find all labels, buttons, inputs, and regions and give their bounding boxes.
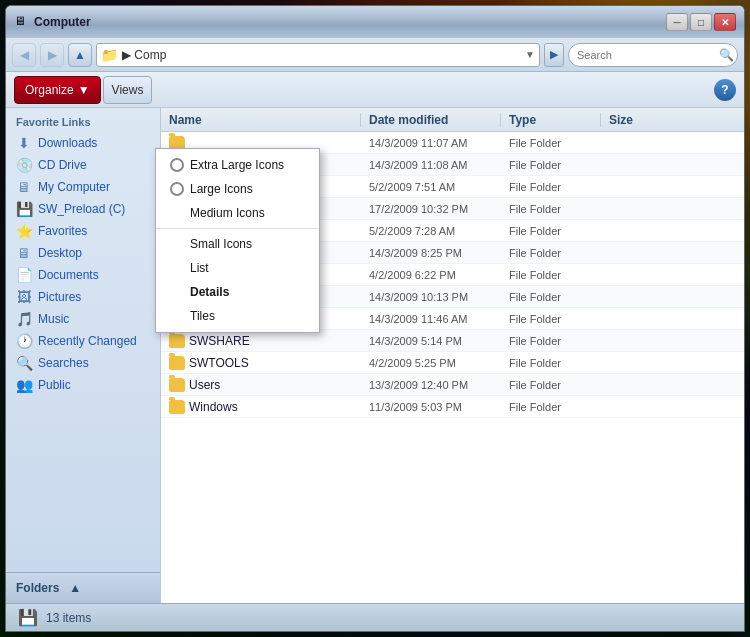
help-button[interactable]: ? <box>714 79 736 101</box>
file-name-cell: Users <box>161 378 361 392</box>
menu-item-label: Tiles <box>190 309 215 323</box>
sidebar-item-pictures[interactable]: 🖼 Pictures <box>6 286 160 308</box>
file-name: Windows <box>189 400 238 414</box>
folders-section[interactable]: Folders ▲ <box>6 572 160 603</box>
menu-item-list[interactable]: List <box>156 256 319 280</box>
public-icon: 👥 <box>16 377 32 393</box>
menu-item-label: Extra Large Icons <box>190 158 284 172</box>
file-date: 14/3/2009 8:25 PM <box>361 247 501 259</box>
status-drive-icon: 💾 <box>18 608 38 627</box>
sidebar-item-public[interactable]: 👥 Public <box>6 374 160 396</box>
recently-changed-icon: 🕐 <box>16 333 32 349</box>
sidebar-item-cd-drive[interactable]: 💿 CD Drive <box>6 154 160 176</box>
music-icon: 🎵 <box>16 311 32 327</box>
folder-icon <box>169 334 185 348</box>
file-date: 17/2/2009 10:32 PM <box>361 203 501 215</box>
close-button[interactable]: ✕ <box>714 13 736 31</box>
file-type: File Folder <box>501 401 601 413</box>
minimize-button[interactable]: ─ <box>666 13 688 31</box>
window-icon: 🖥 <box>14 14 30 30</box>
window-title: Computer <box>34 15 91 29</box>
file-type: File Folder <box>501 203 601 215</box>
menu-item-details[interactable]: Details <box>156 280 319 304</box>
folders-arrow-icon: ▲ <box>69 581 81 595</box>
file-date: 5/2/2009 7:28 AM <box>361 225 501 237</box>
file-type: File Folder <box>501 335 601 347</box>
table-row[interactable]: Windows11/3/2009 5:03 PMFile Folder <box>161 396 744 418</box>
file-type: File Folder <box>501 357 601 369</box>
sidebar-item-recently-changed[interactable]: 🕐 Recently Changed <box>6 330 160 352</box>
file-type: File Folder <box>501 137 601 149</box>
address-bar[interactable]: 📁 ▶ Comp ▼ <box>96 43 540 67</box>
file-date: 14/3/2009 10:13 PM <box>361 291 501 303</box>
sidebar-item-label: My Computer <box>38 180 110 194</box>
organize-arrow: ▼ <box>78 83 90 97</box>
menu-item-label: List <box>190 261 209 275</box>
forward-button[interactable]: ▶ <box>40 43 64 67</box>
file-type: File Folder <box>501 181 601 193</box>
address-folder-icon: 📁 <box>101 47 118 63</box>
sidebar-item-music[interactable]: 🎵 Music <box>6 308 160 330</box>
organize-label: Organize <box>25 83 74 97</box>
address-dropdown-arrow[interactable]: ▼ <box>525 49 535 60</box>
file-list-header: Name Date modified Type Size <box>161 108 744 132</box>
search-bar: 🔍 <box>568 43 738 67</box>
file-name: SWSHARE <box>189 334 250 348</box>
sidebar-item-label: Pictures <box>38 290 81 304</box>
column-type-header[interactable]: Type <box>501 113 601 127</box>
sidebar-item-label: Favorites <box>38 224 87 238</box>
column-size-header[interactable]: Size <box>601 113 744 127</box>
search-input[interactable] <box>577 49 715 61</box>
views-button[interactable]: Views <box>103 76 153 104</box>
file-type: File Folder <box>501 269 601 281</box>
sidebar-item-my-computer[interactable]: 🖥 My Computer <box>6 176 160 198</box>
file-date: 14/3/2009 11:07 AM <box>361 137 501 149</box>
organize-button[interactable]: Organize ▼ <box>14 76 101 104</box>
cd-drive-icon: 💿 <box>16 157 32 173</box>
menu-separator <box>156 228 319 229</box>
sidebar-item-documents[interactable]: 📄 Documents <box>6 264 160 286</box>
table-row[interactable]: Users13/3/2009 12:40 PMFile Folder <box>161 374 744 396</box>
menu-item-label: Medium Icons <box>190 206 265 220</box>
go-button[interactable]: ▶ <box>544 43 564 67</box>
sidebar-item-favorites[interactable]: ⭐ Favorites <box>6 220 160 242</box>
table-row[interactable]: SWSHARE14/3/2009 5:14 PMFile Folder <box>161 330 744 352</box>
address-text: ▶ Comp <box>122 48 166 62</box>
menu-item-extra-large[interactable]: Extra Large Icons <box>156 153 319 177</box>
back-button[interactable]: ◀ <box>12 43 36 67</box>
title-bar-left: 🖥 Computer <box>14 14 91 30</box>
menu-item-small[interactable]: Small Icons <box>156 232 319 256</box>
column-name-header[interactable]: Name <box>161 113 361 127</box>
table-row[interactable]: SWTOOLS4/2/2009 5:25 PMFile Folder <box>161 352 744 374</box>
file-name-cell: Windows <box>161 400 361 414</box>
file-date: 5/2/2009 7:51 AM <box>361 181 501 193</box>
file-date: 4/2/2009 6:22 PM <box>361 269 501 281</box>
pictures-icon: 🖼 <box>16 289 32 305</box>
sidebar-item-downloads[interactable]: ⬇ Downloads <box>6 132 160 154</box>
radio-indicator <box>170 158 184 172</box>
up-button[interactable]: ▲ <box>68 43 92 67</box>
sidebar-item-label: Downloads <box>38 136 97 150</box>
file-name: Users <box>189 378 220 392</box>
menu-item-medium[interactable]: Medium Icons <box>156 201 319 225</box>
status-bar: 💾 13 items <box>6 603 744 631</box>
sidebar-item-searches[interactable]: 🔍 Searches <box>6 352 160 374</box>
sidebar-item-sw-preload[interactable]: 💾 SW_Preload (C) <box>6 198 160 220</box>
menu-item-tiles[interactable]: Tiles <box>156 304 319 328</box>
menu-item-large[interactable]: Large Icons <box>156 177 319 201</box>
folder-icon <box>169 356 185 370</box>
file-name: SWTOOLS <box>189 356 249 370</box>
downloads-icon: ⬇ <box>16 135 32 151</box>
sidebar: Favorite Links ⬇ Downloads 💿 CD Drive 🖥 … <box>6 108 161 603</box>
sidebar-item-label: Music <box>38 312 69 326</box>
file-date: 14/3/2009 11:08 AM <box>361 159 501 171</box>
column-date-header[interactable]: Date modified <box>361 113 501 127</box>
maximize-button[interactable]: □ <box>690 13 712 31</box>
sidebar-item-desktop[interactable]: 🖥 Desktop <box>6 242 160 264</box>
toolbar: Organize ▼ Views ? <box>6 72 744 108</box>
search-icon[interactable]: 🔍 <box>719 48 734 62</box>
file-date: 14/3/2009 11:46 AM <box>361 313 501 325</box>
file-type: File Folder <box>501 247 601 259</box>
radio-indicator <box>170 182 184 196</box>
title-bar: 🖥 Computer ─ □ ✕ <box>6 6 744 38</box>
